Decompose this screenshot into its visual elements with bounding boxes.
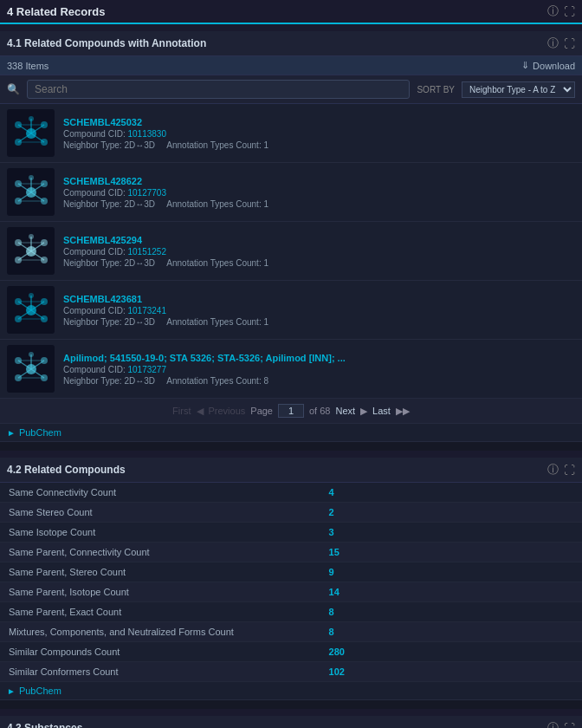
- compound-neighbor: Neighbor Type: 2D↔3D Annotation Types Co…: [63, 258, 575, 268]
- compound-detail: Compound CID: 10113830: [63, 129, 575, 139]
- compound-row: SCHEMBL428622 Compound CID: 10127703 Nei…: [0, 163, 582, 222]
- section-43-title: 4.3 Substances: [7, 722, 82, 728]
- section-41-pubchem-row: ► PubChem: [0, 424, 582, 442]
- section-43-help-icon[interactable]: ⓘ: [547, 720, 559, 728]
- download-icon: ⇓: [521, 60, 529, 71]
- compound-detail: Compound CID: 10127703: [63, 188, 575, 198]
- count-label: Same Parent, Exact Count: [0, 602, 320, 622]
- compound-detail: Compound CID: 10173277: [63, 365, 575, 374]
- count-label: Mixtures, Components, and Neutralized Fo…: [0, 622, 320, 642]
- compound-row: SCHEMBL425032 Compound CID: 10113830 Nei…: [0, 104, 582, 163]
- compound-info: SCHEMBL428622 Compound CID: 10127703 Nei…: [63, 176, 575, 209]
- count-value[interactable]: 3: [320, 523, 582, 543]
- search-icon: 🔍: [7, 83, 20, 95]
- molecule-image: [7, 286, 55, 334]
- compound-info: SCHEMBL425294 Compound CID: 10151252 Nei…: [63, 235, 575, 268]
- section-42-table: Same Connectivity Count 4 Same Stereo Co…: [0, 483, 582, 682]
- count-row: Same Parent, Stereo Count 9: [0, 562, 582, 582]
- page-label: Page: [250, 406, 273, 416]
- items-bar: 338 Items ⇓ Download: [0, 56, 582, 75]
- sort-select[interactable]: Neighbor Type - A to Z: [462, 81, 575, 98]
- last-page-button[interactable]: Last: [372, 406, 391, 416]
- section-42-help-icon[interactable]: ⓘ: [547, 462, 559, 478]
- compound-id[interactable]: SCHEMBL428622: [63, 176, 575, 186]
- count-value[interactable]: 280: [320, 642, 582, 662]
- count-value[interactable]: 15: [320, 543, 582, 562]
- section-43-icons: ⓘ ⛶: [547, 720, 575, 728]
- count-value[interactable]: 102: [320, 662, 582, 682]
- compound-detail: Compound CID: 10173241: [63, 306, 575, 315]
- count-value[interactable]: 4: [320, 483, 582, 503]
- compound-id[interactable]: Apilimod; 541550-19-0; STA 5326; STA-532…: [63, 353, 575, 363]
- cid-link[interactable]: 10127703: [127, 188, 166, 198]
- section-41-pubchem-link[interactable]: PubChem: [19, 427, 61, 438]
- section-41-help-icon[interactable]: ⓘ: [547, 36, 559, 51]
- cid-link[interactable]: 10113830: [127, 129, 166, 139]
- count-row: Same Parent, Connectivity Count 15: [0, 543, 582, 562]
- help-icon[interactable]: ⓘ: [547, 3, 559, 19]
- section-41-title: 4.1 Related Compounds with Annotation: [7, 37, 206, 49]
- cid-link[interactable]: 10173277: [127, 365, 166, 374]
- compound-neighbor: Neighbor Type: 2D↔3D Annotation Types Co…: [63, 140, 575, 150]
- count-value[interactable]: 8: [320, 622, 582, 642]
- count-label: Similar Compounds Count: [0, 642, 320, 662]
- section-41-expand-icon[interactable]: ⛶: [564, 37, 575, 50]
- molecule-image: [7, 168, 55, 216]
- section-42-pubchem-row: ► PubChem: [0, 682, 582, 700]
- download-button[interactable]: ⇓ Download: [521, 60, 575, 71]
- count-label: Similar Conformers Count: [0, 662, 320, 682]
- count-label: Same Parent, Stereo Count: [0, 562, 320, 582]
- arrow-icon: ►: [7, 428, 16, 438]
- compound-id[interactable]: SCHEMBL425032: [63, 117, 575, 127]
- molecule-image: [7, 227, 55, 275]
- count-row: Same Connectivity Count 4: [0, 483, 582, 503]
- compound-info: SCHEMBL423681 Compound CID: 10173241 Nei…: [63, 294, 575, 327]
- download-label: Download: [533, 61, 575, 71]
- prev-page-button[interactable]: Previous: [209, 406, 246, 416]
- count-label: Same Connectivity Count: [0, 483, 320, 503]
- section-41-icons: ⓘ ⛶: [547, 36, 575, 51]
- search-bar: 🔍 SORT BY Neighbor Type - A to Z: [0, 75, 582, 104]
- section-43-expand-icon[interactable]: ⛶: [564, 722, 575, 729]
- section-gap-2: [0, 700, 582, 709]
- of-label: of 68: [309, 406, 330, 416]
- count-value[interactable]: 9: [320, 562, 582, 582]
- compound-info: Apilimod; 541550-19-0; STA 5326; STA-532…: [63, 353, 575, 386]
- compound-row: SCHEMBL425294 Compound CID: 10151252 Nei…: [0, 222, 582, 281]
- section-42-pubchem-link[interactable]: PubChem: [19, 686, 61, 696]
- count-label: Same Parent, Connectivity Count: [0, 543, 320, 562]
- count-value[interactable]: 2: [320, 503, 582, 523]
- cid-link[interactable]: 10173241: [127, 306, 166, 315]
- section-41-header: 4.1 Related Compounds with Annotation ⓘ …: [0, 31, 582, 56]
- cid-link[interactable]: 10151252: [127, 247, 166, 257]
- search-input[interactable]: [27, 80, 410, 99]
- compound-neighbor: Neighbor Type: 2D↔3D Annotation Types Co…: [63, 199, 575, 209]
- molecule-image: [7, 345, 55, 393]
- compound-id[interactable]: SCHEMBL425294: [63, 235, 575, 245]
- compound-neighbor: Neighbor Type: 2D↔3D Annotation Types Co…: [63, 376, 575, 386]
- count-row: Same Isotope Count 3: [0, 523, 582, 543]
- page-input[interactable]: [278, 404, 304, 418]
- count-row: Similar Compounds Count 280: [0, 642, 582, 662]
- count-value[interactable]: 14: [320, 582, 582, 602]
- count-row: Same Parent, Isotope Count 14: [0, 582, 582, 602]
- main-header-icons: ⓘ ⛶: [547, 3, 575, 19]
- count-label: Same Stereo Count: [0, 503, 320, 523]
- count-row: Same Stereo Count 2: [0, 503, 582, 523]
- compound-id[interactable]: SCHEMBL423681: [63, 294, 575, 304]
- compound-neighbor: Neighbor Type: 2D↔3D Annotation Types Co…: [63, 317, 575, 327]
- pagination: First ◀ Previous Page of 68 Next ▶ Last …: [0, 399, 582, 424]
- count-row: Same Parent, Exact Count 8: [0, 602, 582, 622]
- count-label: Same Parent, Isotope Count: [0, 582, 320, 602]
- sort-label: SORT BY: [417, 85, 455, 94]
- compound-row: Apilimod; 541550-19-0; STA 5326; STA-532…: [0, 340, 582, 399]
- next-page-button[interactable]: Next: [335, 406, 355, 416]
- expand-icon[interactable]: ⛶: [564, 5, 575, 18]
- count-row: Similar Conformers Count 102: [0, 662, 582, 682]
- section-42-expand-icon[interactable]: ⛶: [564, 464, 575, 477]
- count-label: Same Isotope Count: [0, 523, 320, 543]
- first-page-button[interactable]: First: [172, 406, 191, 416]
- arrow-icon-42: ►: [7, 686, 16, 696]
- count-value[interactable]: 8: [320, 602, 582, 622]
- count-row: Mixtures, Components, and Neutralized Fo…: [0, 622, 582, 642]
